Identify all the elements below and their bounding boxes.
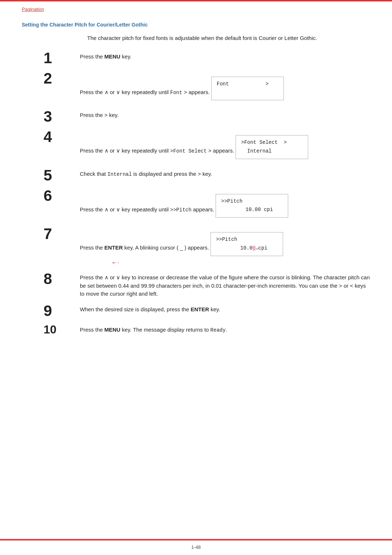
step-10-row: 10 Press the MENU key. The message displ…	[22, 324, 370, 335]
step-4-row: 4 Press the ∧ or ∨ key repeatedly until …	[22, 129, 370, 163]
step-4-content: Press the ∧ or ∨ key repeatedly until >F…	[80, 129, 370, 163]
step-9-bold: ENTER	[191, 306, 209, 312]
step-3-row: 3 Press the > key.	[22, 109, 370, 124]
step-7-cursor-label: ⇤→	[113, 260, 120, 265]
step-7-box-line1: >>Pitch	[216, 236, 237, 242]
step-4-display-box: >Font Select > Internal	[236, 135, 308, 159]
step-6-content: Press the ∧ or ∨ key repeatedly until >>…	[80, 188, 370, 222]
page-content: Setting the Character Pitch for Courier/…	[22, 22, 370, 335]
step-2-display-box: Font >	[211, 77, 284, 101]
top-border	[0, 0, 392, 1]
step-4-number: 4	[44, 129, 73, 145]
step-3-number: 3	[44, 109, 73, 124]
step-6-number: 6	[44, 188, 73, 203]
step-4-box-line1: >Font Select >	[241, 139, 287, 145]
step-9-row: 9 When the desired size is displayed, pr…	[22, 303, 370, 319]
step-2-box-line1: Font >	[217, 81, 269, 87]
step-6-box-line1: >>Pitch	[221, 198, 242, 204]
step-7-number: 7	[44, 226, 73, 242]
step-6-row: 6 Press the ∧ or ∨ key repeatedly until …	[22, 188, 370, 222]
step-5-mono: Internal	[107, 171, 132, 177]
step-7-box-line2: 10.00↵cpi	[216, 245, 268, 251]
step-1-content: Press the MENU key.	[80, 50, 370, 61]
step-10-number: 10	[44, 324, 73, 335]
step-4-box-line2: Internal	[241, 148, 271, 154]
step-10-mono: Ready	[211, 327, 226, 333]
step-1-number: 1	[44, 50, 73, 66]
step-2-box-line2	[217, 89, 220, 95]
page-number: 1-48	[191, 544, 201, 550]
step-2-content: Press the ∧ or ∨ key repeatedly until Fo…	[80, 71, 370, 104]
step-7-row: 7 Press the ENTER key. A blinking cursor…	[22, 226, 370, 266]
step-8-row: 8 Press the ∧ or ∨ key to increase or de…	[22, 271, 370, 298]
step-5-content: Check that Internal is displayed and pre…	[80, 168, 370, 178]
step-10-content: Press the MENU key. The message display …	[80, 324, 370, 334]
step-8-number: 8	[44, 271, 73, 287]
bottom-border	[0, 539, 392, 540]
step-10-bold: MENU	[105, 327, 121, 333]
step-7-display-box: >>Pitch 10.00↵cpi	[211, 232, 283, 256]
section-title: Setting the Character Pitch for Courier/…	[22, 22, 370, 28]
step-8-content: Press the ∧ or ∨ key to increase or decr…	[80, 271, 370, 298]
step-9-content: When the desired size is displayed, pres…	[80, 303, 370, 314]
step-4-mono: >Font Select	[170, 148, 207, 154]
step-6-display-box: >>Pitch 10.00 cpi	[216, 194, 288, 218]
step-7-cursor-symbol: ↵	[256, 246, 258, 251]
step-6-box-line2: 10.00 cpi	[221, 207, 273, 212]
step-5-number: 5	[44, 168, 73, 183]
step-1-bold: MENU	[105, 53, 121, 60]
step-7-content: Press the ENTER key. A blinking cursor (…	[80, 226, 370, 266]
step-7-cursor: 0	[253, 245, 256, 251]
step-2-row: 2 Press the ∧ or ∨ key repeatedly until …	[22, 71, 370, 104]
step-7-bold: ENTER	[105, 244, 123, 251]
step-7-cursor-annotation: ⇤→	[113, 258, 370, 267]
step-2-mono: Font	[170, 89, 183, 95]
step-9-number: 9	[44, 303, 73, 319]
step-2-number: 2	[44, 71, 73, 86]
step-3-content: Press the > key.	[80, 109, 370, 119]
intro-text: The character pitch for fixed fonts is a…	[87, 34, 370, 42]
step-6-mono: >>Pitch	[170, 207, 192, 212]
step-1-row: 1 Press the MENU key.	[22, 50, 370, 66]
pagination-link[interactable]: Pagination	[22, 7, 44, 12]
step-5-row: 5 Check that Internal is displayed and p…	[22, 168, 370, 183]
